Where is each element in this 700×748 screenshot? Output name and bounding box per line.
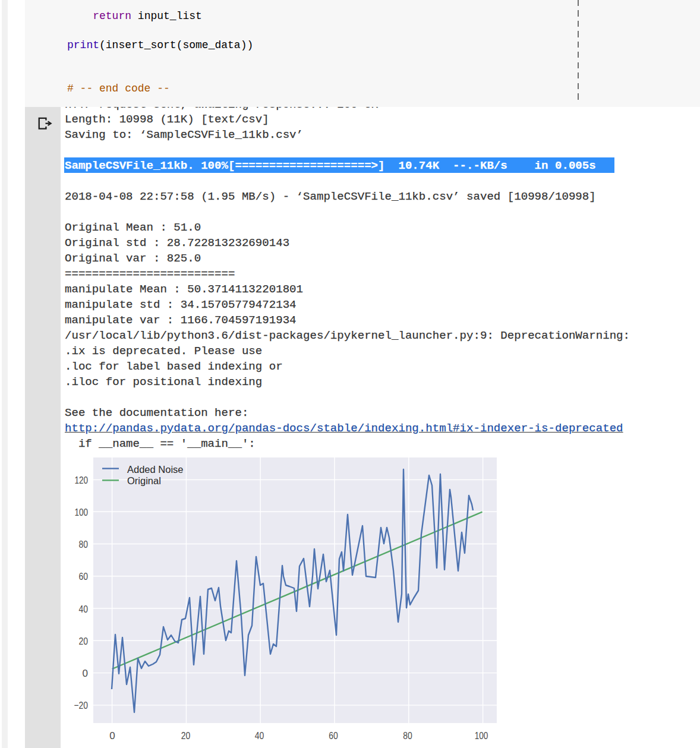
svg-text:60: 60 [79,571,89,582]
svg-text:60: 60 [329,730,338,741]
svg-text:Added Noise: Added Noise [127,464,183,475]
svg-text:100: 100 [74,507,88,518]
svg-text:120: 120 [74,475,88,486]
svg-text:80: 80 [79,539,89,550]
svg-text:40: 40 [79,604,89,615]
svg-text:20: 20 [79,636,89,647]
svg-text:0: 0 [109,730,115,741]
svg-text:Original: Original [127,475,161,486]
svg-text:80: 80 [403,730,412,741]
svg-text:20: 20 [181,730,191,741]
svg-text:−20: −20 [74,700,89,711]
svg-text:0: 0 [83,668,88,679]
svg-text:100: 100 [475,730,488,741]
svg-text:40: 40 [255,730,264,741]
